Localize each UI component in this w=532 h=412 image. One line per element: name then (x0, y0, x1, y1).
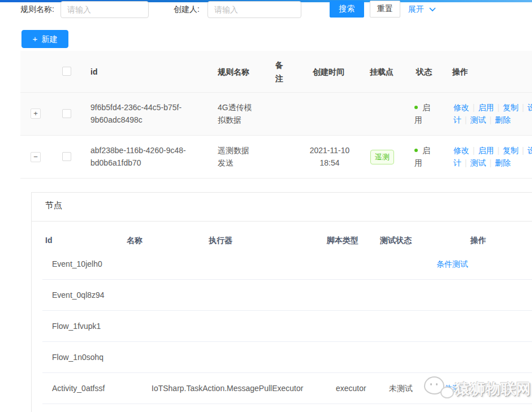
rule-name: 4G透传模拟数据 (218, 101, 256, 126)
op-separator: | (473, 103, 475, 112)
rule-list-page: 规则名称: 创建人: 搜索 重置 展开 +新建 id 规则名称 备注 创建时间 … (0, 0, 532, 412)
created-date: 2021-11-10 (304, 144, 355, 157)
status-dot-icon (414, 106, 418, 109)
expand-toggle[interactable]: 展开 (408, 0, 436, 19)
node-id: Flow_1fvupk1 (52, 320, 101, 332)
op-design-cont[interactable]: 计 (453, 115, 461, 124)
node-id: Flow_1n0sohq (52, 352, 103, 363)
node-col-script-type: 脚本类型 (327, 235, 358, 246)
op-delete[interactable]: 删除 (495, 115, 511, 124)
op-delete[interactable]: 删除 (495, 158, 511, 167)
status-cell: 启用 (414, 101, 436, 126)
creator-input[interactable] (207, 1, 301, 18)
node-col-id: Id (45, 235, 52, 246)
divider (20, 135, 532, 136)
op-modify[interactable]: 修改 (453, 103, 469, 112)
select-all-checkbox[interactable] (62, 67, 71, 76)
op-separator: | (522, 146, 524, 155)
op-copy[interactable]: 复制 (503, 146, 518, 155)
row-actions: 修改|启用|复制|设 计|测试|删除 (453, 101, 532, 126)
row-actions: 修改|启用|复制|设 计|测试|删除 (453, 144, 532, 169)
op-separator: | (498, 146, 500, 155)
divider (42, 404, 532, 404)
divider (42, 310, 532, 311)
reset-button[interactable]: 重置 (370, 1, 400, 18)
row-checkbox[interactable] (62, 152, 71, 161)
col-id: id (90, 66, 97, 78)
op-separator: | (490, 115, 492, 124)
op-design[interactable]: 设 (527, 103, 532, 112)
divider (20, 178, 532, 179)
new-button[interactable]: +新建 (21, 30, 68, 48)
node-executor: IoTSharp.TaskAction.MessagePullExecutor (152, 383, 303, 394)
node-test-status: 未测试 (389, 383, 413, 394)
mount-tag: 遥测 (370, 150, 394, 164)
divider (32, 221, 532, 222)
col-created: 创建时间 (313, 66, 344, 78)
node-script-type: executor (336, 383, 366, 394)
expand-label: 展开 (408, 5, 424, 14)
expand-row-button[interactable]: + (31, 109, 41, 119)
rule-id: 9f6b5fd4-236c-44c5-b75f-9b60adc8498c (90, 101, 214, 126)
plus-icon: + (33, 34, 38, 44)
row-checkbox[interactable] (62, 109, 71, 118)
divider (20, 92, 532, 93)
nodes-card (31, 192, 532, 412)
rule-id: abf238be-116b-4260-9c48-bd0b6a1fdb70 (90, 144, 214, 169)
node-col-test-status: 测试状态 (380, 235, 412, 246)
divider (42, 279, 532, 280)
col-ops: 操作 (452, 66, 468, 78)
created-clock: 18:54 (304, 157, 355, 169)
divider (42, 341, 532, 342)
collapse-row-button[interactable]: − (31, 152, 41, 162)
col-remark: 备注 (275, 58, 284, 85)
op-test[interactable]: 测试 (470, 158, 486, 167)
chevron-down-icon (429, 7, 436, 12)
col-mount: 挂载点 (370, 66, 393, 78)
status-cell: 启用 (414, 144, 436, 169)
op-test[interactable]: 测试 (470, 115, 486, 124)
op-separator: | (465, 158, 467, 167)
divider (42, 372, 532, 373)
nodes-panel-title: 节点 (45, 199, 62, 211)
col-status: 状态 (416, 66, 432, 78)
rule-name: 遥测数据发送 (218, 144, 256, 169)
node-col-executor: 执行器 (209, 235, 232, 246)
op-enable[interactable]: 启用 (478, 146, 494, 155)
node-col-ops: 操作 (470, 235, 486, 246)
condition-test-link[interactable]: 条件测试 (436, 383, 468, 394)
col-rule-name: 规则名称 (218, 66, 249, 78)
created-time-cell: 2021-11-10 18:54 (304, 144, 355, 169)
node-id: Event_10jelh0 (52, 258, 102, 270)
search-button[interactable]: 搜索 (330, 1, 364, 18)
new-button-label: 新建 (41, 34, 57, 44)
creator-label: 创建人: (174, 0, 200, 19)
rule-name-label: 规则名称: (20, 0, 54, 19)
rule-name-input[interactable] (60, 1, 149, 18)
op-modify[interactable]: 修改 (453, 146, 469, 155)
op-separator: | (465, 115, 467, 124)
op-design[interactable]: 设 (527, 146, 532, 155)
op-separator: | (490, 158, 492, 167)
node-id: Activity_0atfssf (52, 383, 105, 394)
condition-test-link[interactable]: 条件测试 (436, 258, 468, 270)
node-id: Event_0ql8z94 (52, 289, 105, 301)
status-dot-icon (414, 149, 418, 152)
op-separator: | (473, 146, 475, 155)
node-col-name: 名称 (127, 235, 142, 246)
op-design-cont[interactable]: 计 (453, 158, 461, 167)
op-separator: | (498, 103, 500, 112)
op-copy[interactable]: 复制 (503, 103, 518, 112)
op-separator: | (522, 103, 524, 112)
op-enable[interactable]: 启用 (478, 103, 494, 112)
